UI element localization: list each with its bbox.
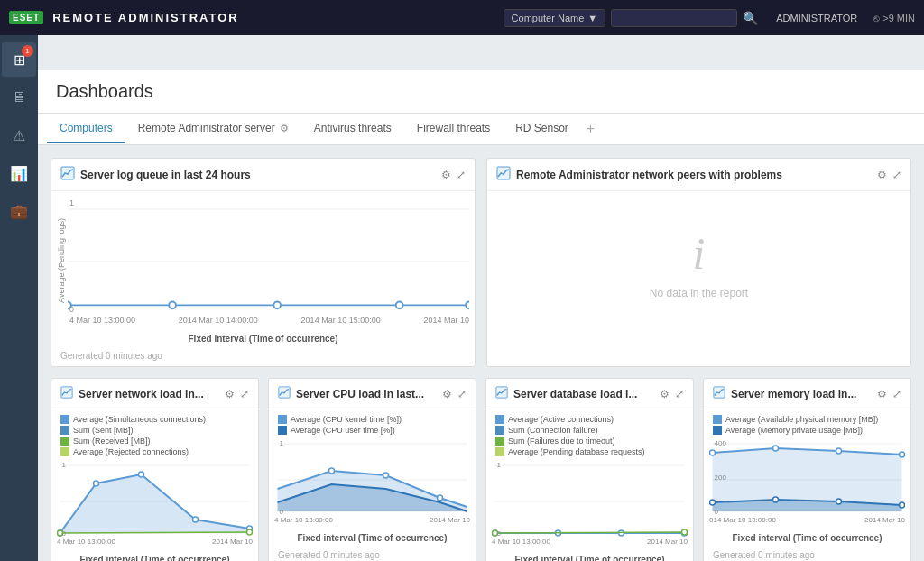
chart-actions: ⚙ ⤢ [660,388,684,400]
x-label: Fixed interval (Time of occurrence) [298,533,448,543]
server-log-queue-chart: Server log queue in last 24 hours ⚙ ⤢ Av… [51,158,476,367]
svg-rect-14 [60,426,69,435]
svg-point-24 [193,517,199,522]
chart-footer: Fixed interval (Time of occurrence) [51,551,258,561]
page-title: Dashboards [56,81,906,102]
tab-computers[interactable]: Computers [47,115,125,143]
legend-item: Sum (Failures due to timeout) [495,437,684,446]
sidebar-item-tasks[interactable]: 💼 [2,194,36,228]
svg-text:400: 400 [715,439,727,447]
legend-item: Average (Pending database requests) [495,447,684,456]
log-queue-svg: 0 [68,207,469,316]
expand-icon[interactable]: ⤢ [675,388,684,400]
db-load-title: Server database load i... [513,388,654,400]
admin-label: ADMINISTRATOR [776,13,857,23]
tab-remote-administrator[interactable]: Remote Administrator server ⚙ [125,115,301,143]
x-label: Fixed interval (Time of occurrence) [515,555,665,561]
svg-point-40 [438,495,443,501]
svg-point-75 [900,452,905,457]
gear-icon: ⚙ [280,123,289,134]
svg-text:1: 1 [62,461,67,469]
x-label: Fixed interval (Time of occurrence) [80,555,230,561]
generated-label: Generated 0 minutes ago [51,349,475,366]
logout-button[interactable]: ⎋ >9 MIN [873,13,915,23]
sidebar-item-alerts[interactable]: ⚠ [2,118,36,152]
search-icon[interactable]: 🔍 [743,11,758,25]
svg-text:200: 200 [715,474,727,482]
svg-rect-32 [278,426,287,435]
tab-rdsensor-label: RD Sensor [515,122,568,134]
chart-actions: ⚙ ⤢ [225,388,249,400]
svg-rect-31 [278,415,287,424]
dashboard: Server log queue in last 24 hours ⚙ ⤢ Av… [38,145,924,561]
sidebar-item-computers[interactable]: 🖥 [2,80,36,115]
chart-settings-icon2[interactable]: ⚙ [877,169,887,181]
network-peers-title: Remote Administrator network peers with … [516,169,872,181]
legend-item: Average (Active connections) [495,415,684,424]
legend-item: Sum (Sent [MB]) [60,426,249,435]
settings-icon[interactable]: ⚙ [877,388,887,400]
chart-expand-icon[interactable]: ⤢ [457,169,466,181]
svg-point-39 [383,473,389,478]
settings-icon[interactable]: ⚙ [225,388,235,400]
tab-rdsensor[interactable]: RD Sensor [503,115,581,143]
search-input[interactable] [611,9,737,27]
header: ESET REMOTE ADMINISTRATOR Computer Name … [0,0,924,35]
chart-expand-icon2[interactable]: ⤢ [892,169,901,181]
logout-icon: ⎋ [873,13,880,23]
tab-firewall[interactable]: Firewall threats [404,115,503,143]
no-data-panel: i No data in the report [487,191,910,336]
server-database-load-chart: Server database load i... ⚙ ⤢ Average (A… [485,378,694,561]
chart-header: Remote Administrator network peers with … [487,159,910,191]
svg-text:0: 0 [497,529,502,538]
chart-body: Average (Available physical memory [MB])… [704,409,910,529]
svg-point-71 [900,502,905,508]
svg-text:0: 0 [715,508,719,516]
network-svg: 0 1 [57,456,253,538]
svg-rect-61 [713,415,722,424]
chart-footer: Fixed interval (Time of occurrence) [269,529,476,548]
tab-remote-admin-label: Remote Administrator server [138,122,275,134]
tab-firewall-label: Firewall threats [417,122,490,134]
legend-item: Average (Memory private usage [MB]) [713,426,901,435]
sidebar-item-dashboard[interactable]: ⊞ 1 [2,42,36,77]
reports-icon: 📊 [10,165,28,182]
expand-icon[interactable]: ⤢ [892,388,901,400]
svg-point-69 [773,497,779,502]
chart-footer: Fixed interval (Time of occurrence) [486,551,693,561]
alerts-icon: ⚠ [13,127,25,144]
legend: Average (Simultaneous connections) Sum (… [57,415,253,456]
generated-label: Generated 0 minutes ago [269,548,476,561]
chart-header: Server network load in... ⚙ ⤢ [51,379,258,409]
svg-point-27 [247,529,253,535]
settings-icon[interactable]: ⚙ [660,388,670,400]
expand-icon[interactable]: ⤢ [457,388,467,400]
info-icon: i [693,227,706,280]
svg-text:0: 0 [69,305,74,314]
svg-rect-44 [495,415,504,424]
chart-body: Average (Simultaneous connections) Sum (… [51,409,258,551]
server-log-chart-title: Server log queue in last 24 hours [80,169,436,181]
computer-name-dropdown[interactable]: Computer Name ▼ [504,9,606,27]
svg-rect-45 [495,426,504,435]
x-axis-label: Fixed interval (Time of occurrence) [189,334,338,344]
svg-rect-46 [495,437,504,446]
svg-point-22 [94,481,99,486]
expand-icon[interactable]: ⤢ [240,388,249,400]
chart-line-icon [60,166,75,183]
chart-footer: Fixed interval (Time of occurrence) [704,529,910,548]
tab-antivirus[interactable]: Antivirus threats [301,115,404,143]
svg-point-70 [836,499,842,504]
chart-settings-icon[interactable]: ⚙ [441,169,451,181]
memory-svg: 0 400 200 [709,435,905,516]
svg-rect-15 [60,437,69,446]
add-tab-button[interactable]: + [581,114,600,144]
server-log-chart-body: Average (Pending logs) 1 [51,191,475,330]
svg-rect-62 [713,426,722,435]
chart-icon [713,386,725,401]
bottom-row: Server network load in... ⚙ ⤢ Average (S… [51,378,911,561]
chart-actions: ⚙ ⤢ [877,388,901,400]
settings-icon[interactable]: ⚙ [442,388,452,400]
sidebar-item-reports[interactable]: 📊 [2,156,36,190]
legend-item: Average (Available physical memory [MB]) [713,415,901,424]
